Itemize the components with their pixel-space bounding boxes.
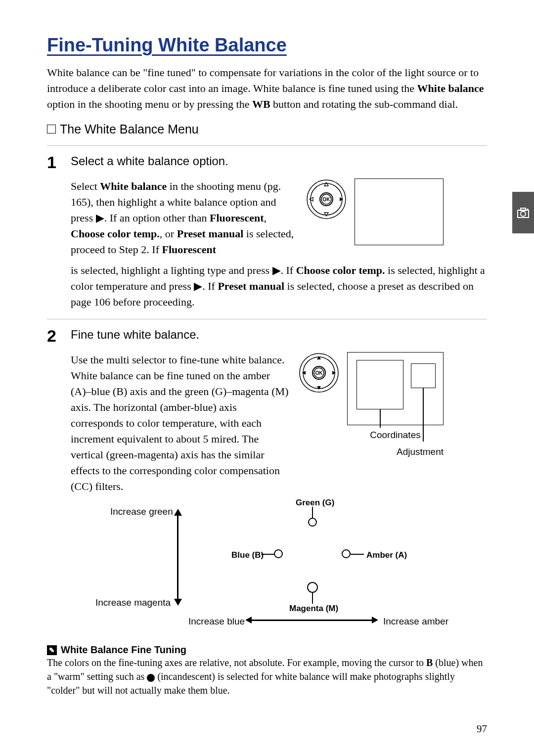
incandescent-icon — [147, 674, 155, 682]
axis-diagram: Increase green Increase magenta Increase… — [95, 504, 451, 632]
step-1-title: Select a white balance option. — [71, 153, 487, 170]
step-1-body: Select White balance in the shooting men… — [71, 178, 298, 257]
intro-bold-wb-option: White balance — [417, 82, 484, 94]
page-number: 97 — [477, 723, 487, 735]
inc-magenta-label: Increase magenta — [95, 596, 171, 610]
step-2-title: Fine tune white balance. — [71, 326, 487, 344]
blue-label: Blue (B) — [231, 549, 264, 562]
intro-text: option in the shooting menu or by pressi… — [47, 98, 252, 110]
t: Choose color temp. — [71, 227, 160, 240]
svg-point-19 — [521, 212, 526, 217]
intro-bold-wb-button: WB — [252, 98, 270, 110]
svg-text:OK: OK — [315, 370, 323, 376]
multi-selector-icon: OK — [306, 178, 347, 224]
right-arrow-icon: ▶ — [96, 210, 104, 226]
t: Preset manual — [177, 227, 244, 240]
page-title: Fine-Tuning White Balance — [47, 35, 487, 56]
svg-marker-15 — [317, 386, 321, 390]
camera-screen-placeholder-2 — [347, 352, 444, 425]
t: White balance — [100, 180, 167, 192]
amber-label: Amber (A) — [366, 549, 407, 562]
step-2-body: Use the multi selector to fine-tune whit… — [71, 352, 291, 494]
multi-selector-icon: OK — [298, 352, 340, 398]
svg-marker-14 — [317, 356, 321, 359]
chapter-tab — [512, 192, 534, 233]
t: . If — [202, 280, 218, 292]
step-number: 1 — [47, 153, 61, 172]
camera-screen-wrap: Coordinates Adjustment — [347, 352, 444, 458]
step-1-body-cont: is selected, highlight a lighting type a… — [71, 263, 487, 310]
svg-marker-17 — [332, 371, 336, 375]
divider — [47, 319, 487, 319]
svg-point-21 — [527, 209, 529, 210]
t: Choose color temp. — [296, 264, 385, 276]
svg-marker-7 — [310, 197, 313, 201]
svg-marker-8 — [340, 197, 343, 201]
intro-paragraph: White balance can be "fine tuned" to com… — [47, 65, 487, 112]
svg-text:OK: OK — [323, 197, 331, 202]
intro-text: White balance can be "fine tuned" to com… — [47, 66, 479, 94]
t: . If an option other than — [104, 212, 210, 224]
note-heading: ✎ White Balance Fine Tuning — [47, 644, 487, 656]
coordinates-label: Coordinates — [347, 428, 444, 442]
t: , or — [160, 227, 177, 240]
t: Fluorescent — [210, 212, 264, 224]
svg-marker-16 — [302, 371, 306, 375]
inc-blue-label: Increase blue — [188, 615, 245, 628]
camera-screen-placeholder — [355, 178, 444, 245]
camera-icon — [517, 206, 530, 219]
t: . If — [281, 264, 296, 276]
note-heading-text: White Balance Fine Tuning — [61, 644, 186, 656]
pencil-icon: ✎ — [47, 645, 57, 655]
green-label: Green (G) — [296, 497, 334, 509]
t: B — [426, 657, 433, 668]
step-number: 2 — [47, 326, 61, 346]
bullet-box-icon — [47, 125, 56, 133]
t: Fluorescent — [162, 243, 217, 256]
svg-rect-20 — [521, 208, 526, 211]
right-arrow-icon: ▶ — [272, 263, 281, 278]
intro-text: button and rotating the sub-command dial… — [270, 98, 458, 110]
t: is selected, highlight a lighting type a… — [71, 264, 272, 276]
t: Preset manual — [218, 280, 284, 292]
section-heading-wb-menu: The White Balance Menu — [47, 122, 487, 136]
adjustment-label: Adjustment — [347, 445, 444, 459]
inc-green-label: Increase green — [110, 505, 173, 519]
section-heading-text: The White Balance Menu — [60, 122, 199, 136]
t: , — [264, 212, 267, 224]
t: The colors on the fine-tuning axes are r… — [47, 657, 426, 668]
svg-marker-5 — [324, 182, 328, 186]
right-arrow-icon: ▶ — [194, 278, 202, 294]
step-1: 1 Select a white balance option. Select … — [47, 153, 487, 315]
t: Select — [71, 180, 100, 192]
magenta-label: Magenta (M) — [289, 603, 338, 615]
inc-amber-label: Increase amber — [383, 615, 448, 628]
note-body: The colors on the fine-tuning axes are r… — [47, 656, 487, 697]
step-2: 2 Fine tune white balance. Use the multi… — [47, 326, 487, 633]
divider — [47, 145, 487, 146]
svg-marker-6 — [324, 213, 328, 216]
